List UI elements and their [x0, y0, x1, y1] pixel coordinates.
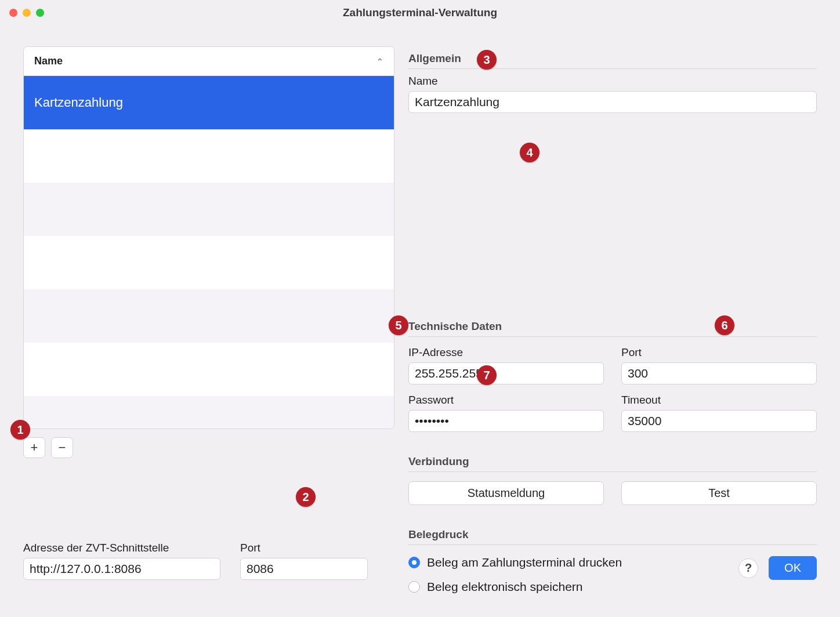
left-pane: Name ⌃ Kartzenzahlung + − — [23, 46, 394, 594]
traffic-lights — [9, 9, 44, 17]
add-button[interactable]: + — [23, 437, 45, 458]
radio-icon — [408, 557, 420, 568]
zvt-port-label: Port — [240, 542, 368, 554]
name-label: Name — [408, 75, 817, 88]
status-button[interactable]: Statusmeldung — [408, 481, 604, 505]
ip-input[interactable] — [408, 362, 604, 384]
section-receipt: Belegdruck — [408, 528, 817, 545]
name-input[interactable] — [408, 91, 817, 113]
list-item-empty — [24, 236, 394, 289]
help-button[interactable]: ? — [738, 558, 758, 578]
zvt-area: Adresse der ZVT-Schnittstelle Port — [23, 542, 368, 580]
list-buttons: + − — [23, 437, 394, 458]
remove-button[interactable]: − — [51, 437, 73, 458]
section-connection: Verbindung — [408, 455, 817, 472]
close-icon[interactable] — [9, 9, 17, 17]
list-item-empty — [24, 129, 394, 183]
list-item-empty — [24, 396, 394, 429]
radio-label: Beleg am Zahlungsterminal drucken — [427, 556, 622, 569]
timeout-input[interactable] — [621, 410, 817, 432]
callout-3: 3 — [477, 50, 497, 70]
maximize-icon[interactable] — [36, 9, 44, 17]
callout-5: 5 — [389, 315, 408, 335]
ip-label: IP-Adresse — [408, 346, 604, 359]
radio-label: Beleg elektronisch speichern — [427, 580, 583, 594]
callout-6: 6 — [715, 315, 734, 335]
right-pane: Allgemein Name Technische Daten IP-Adres… — [408, 46, 817, 594]
list-header[interactable]: Name ⌃ — [24, 47, 394, 76]
terminal-list: Name ⌃ Kartzenzahlung — [23, 46, 394, 429]
test-button[interactable]: Test — [621, 481, 817, 505]
section-title: Technische Daten — [408, 320, 502, 333]
minimize-icon[interactable] — [23, 9, 31, 17]
port-label: Port — [621, 346, 817, 359]
radio-store-electronic[interactable]: Beleg elektronisch speichern — [408, 580, 817, 594]
section-title: Belegdruck — [408, 528, 468, 541]
ok-button[interactable]: OK — [769, 556, 817, 580]
timeout-label: Timeout — [621, 394, 817, 407]
callout-7: 7 — [477, 365, 497, 385]
sort-caret-icon: ⌃ — [376, 57, 383, 66]
content-area: Name ⌃ Kartzenzahlung + − Allgemein — [23, 46, 817, 594]
list-item-label: Kartzenzahlung — [34, 95, 123, 110]
section-general: Allgemein — [408, 52, 817, 69]
section-tech: Technische Daten — [408, 320, 817, 337]
callout-2: 2 — [296, 487, 316, 507]
section-title: Verbindung — [408, 455, 469, 468]
zvt-port-input[interactable] — [240, 558, 368, 580]
radio-icon — [408, 581, 420, 593]
password-input[interactable] — [408, 410, 604, 432]
section-title: Allgemein — [408, 52, 461, 65]
list-item-empty — [24, 343, 394, 396]
list-item[interactable]: Kartzenzahlung — [24, 76, 394, 129]
footer-buttons: ? OK — [738, 556, 817, 580]
callout-1: 1 — [10, 420, 30, 440]
zvt-address-input[interactable] — [23, 558, 220, 580]
password-label: Passwort — [408, 394, 604, 407]
list-item-empty — [24, 183, 394, 236]
titlebar: Zahlungsterminal-Verwaltung — [0, 0, 840, 26]
window-title: Zahlungsterminal-Verwaltung — [0, 6, 840, 19]
list-item-empty — [24, 289, 394, 343]
list-header-label: Name — [34, 55, 63, 67]
zvt-address-label: Adresse der ZVT-Schnittstelle — [23, 542, 220, 554]
port-input[interactable] — [621, 362, 817, 384]
list-body: Kartzenzahlung — [24, 76, 394, 429]
callout-4: 4 — [520, 143, 540, 162]
